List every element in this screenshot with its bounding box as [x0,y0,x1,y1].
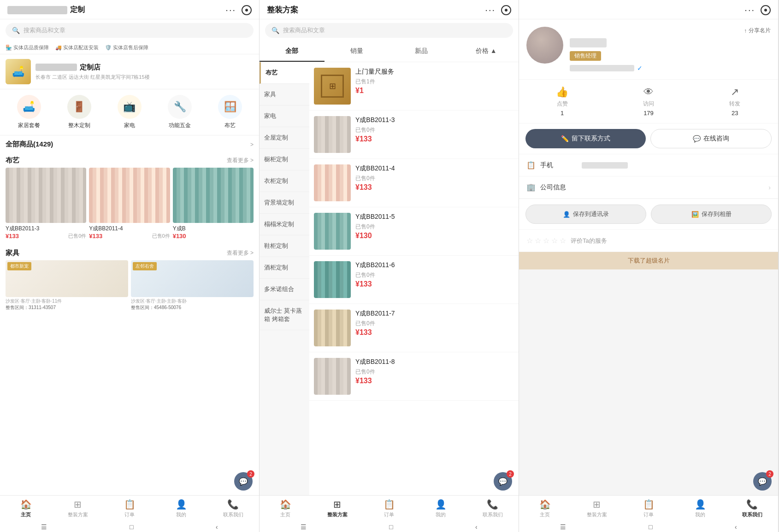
search-bar-2[interactable]: 🔍 搜索商品和文章 [265,23,513,38]
nav-order-1[interactable]: 📋 订单 [104,496,155,521]
chat-bubble-1[interactable]: 💬 2 [234,472,253,491]
star-4[interactable]: ☆ [551,236,558,245]
cat-wood[interactable]: 🚪 整木定制 [59,95,100,129]
filter-tab-all[interactable]: 全部 [260,41,325,62]
sidebar-cat-bgwall[interactable]: 背景墙定制 [260,192,309,214]
share-label: 分享名片 [749,27,771,35]
save-contact-button[interactable]: 👤 保存到通讯录 [525,205,646,224]
sidebar-cat-furniture[interactable]: 家具 [260,84,309,105]
fabric-product-2[interactable]: Y成BB2011-4 ¥133 已售0件 [89,168,170,240]
sys-menu-1[interactable]: ☰ [41,523,47,531]
fabric-product-3[interactable]: Y成B ¥130 [173,168,254,240]
sys-home-2[interactable]: □ [389,523,393,531]
nav-contact-2[interactable]: 📞 联系我们 [467,496,519,521]
sys-back-2[interactable]: ‹ [475,523,478,531]
nav-home-1[interactable]: 🏠 主页 [0,496,52,521]
sidebar-cat-kitchen[interactable]: 橱柜定制 [260,149,309,170]
online-consult-button[interactable]: 💬 在线咨询 [650,129,772,148]
sidebar-cat-domino[interactable]: 多米诺组合 [260,279,309,300]
filter-tab-sales[interactable]: 销量 [325,41,390,62]
sidebar-cat-shoe[interactable]: 鞋柜定制 [260,235,309,257]
sys-menu-3[interactable]: ☰ [560,523,566,531]
target-icon-3[interactable] [761,5,771,15]
nav-home-3[interactable]: 🏠 主页 [519,496,571,521]
cat-appliance[interactable]: 📺 家电 [109,95,150,129]
store-name: 定制店 [35,63,254,72]
sidebar-cat-oven[interactable]: 威尔士 莫卡蒸箱 烤箱套 [260,300,309,330]
nav-contact-3[interactable]: 📞 联系我们 [726,496,778,521]
fabric-product-1[interactable]: Y成BB2011-3 ¥133 已售0件 [6,168,86,240]
star-1[interactable]: ☆ [526,236,533,245]
sidebar-cat-tatami[interactable]: 榻榻米定制 [260,214,309,235]
product-item-4[interactable]: Y成BB2011-5 已售0件 ¥130 [309,207,519,256]
product-item-2[interactable]: Y成BB2011-3 已售0件 ¥133 [309,111,519,159]
leave-contact-button[interactable]: ✏️ 留下联系方式 [525,129,646,148]
furniture-contact-1: 整售区间：31311-43507 [6,304,128,311]
nav-home-label-2: 主页 [280,511,290,518]
sys-back-1[interactable]: ‹ [216,523,218,531]
company-field[interactable]: 🏢 公司信息 › [519,176,778,199]
more-icon-2[interactable]: ··· [485,5,496,15]
pli-info-4: Y成BB2011-5 已售0件 ¥130 [355,213,514,240]
nav-mine-1[interactable]: 👤 我的 [155,496,207,521]
star-3[interactable]: ☆ [543,236,549,245]
nav-plan-3[interactable]: ⊞ 整装方案 [571,496,622,521]
target-icon-2[interactable] [501,5,511,15]
save-album-button[interactable]: 🖼️ 保存到相册 [651,205,772,224]
nav-contact-1[interactable]: 📞 联系我们 [207,496,259,521]
star-5[interactable]: ☆ [560,236,566,245]
sys-home-3[interactable]: □ [649,523,652,531]
nav-plan-2[interactable]: ⊞ 整装方案 [311,496,363,521]
product-item-6[interactable]: Y成BB2011-7 已售0件 ¥133 [309,304,519,352]
search-bar-1[interactable]: 🔍 搜索商品和文章 [6,23,254,38]
filter-tab-price[interactable]: 价格 ▲ [454,41,519,62]
chat-bubble-2[interactable]: 💬 2 [494,472,512,491]
sidebar-cat-whole[interactable]: 全屋定制 [260,127,309,149]
sidebar-cat-wine[interactable]: 酒柜定制 [260,257,309,279]
all-products-header[interactable]: 全部商品(1429) > [0,135,259,152]
product-item-7[interactable]: Y成BB2011-8 已售0件 ¥133 [309,352,519,401]
pli-img-6 [314,310,351,346]
sidebar-cat-fabric[interactable]: 布艺 [260,62,309,84]
nav-order-2[interactable]: 📋 订单 [363,496,415,521]
fabric-more[interactable]: 查看更多 > [227,157,254,164]
nav-mine-3[interactable]: 👤 我的 [674,496,726,521]
sidebar-cat-wardrobe[interactable]: 衣柜定制 [260,170,309,192]
product-item-service[interactable]: ⊞ 上门量尺服务 已售1件 ¥1 [309,62,519,111]
target-icon[interactable] [242,5,252,15]
cat-hardware[interactable]: 🔧 功能五金 [159,95,201,129]
sidebar-cat-appliance[interactable]: 家电 [260,105,309,127]
nav-plan-1[interactable]: ⊞ 整装方案 [52,496,103,521]
sys-menu-2[interactable]: ☰ [301,523,307,531]
sys-home-1[interactable]: □ [130,523,133,531]
stat-like: 👍 点赞 1 [519,86,605,117]
product-item-3[interactable]: Y成BB2011-4 已售0件 ¥133 [309,159,519,207]
more-icon[interactable]: ··· [225,5,236,15]
stat-share: ↗ 转发 23 [692,86,778,117]
pli-sold-5: 已售0件 [355,271,514,279]
share-button[interactable]: ↑ 分享名片 [744,27,771,35]
cat-icon-hardware: 🔧 [168,95,192,119]
nav-plan-icon-1: ⊞ [74,499,82,510]
more-icon-3[interactable]: ··· [744,5,755,15]
nav-order-3[interactable]: 📋 订单 [623,496,674,521]
fabric-sold-1: 已售0件 [68,233,86,240]
nav-items-1: 🏠 主页 ⊞ 整装方案 📋 订单 👤 我的 📞 联系我们 [0,496,259,521]
all-products-more[interactable]: > [250,141,254,148]
furniture-product-2[interactable]: 左邻右舍 沙发区·客厅·主卧·主卧·客卧 整售区间：45486-50076 [131,260,254,311]
filter-tab-new[interactable]: 新品 [389,41,454,62]
furniture-more[interactable]: 查看更多 > [227,249,254,257]
star-2[interactable]: ☆ [535,236,541,245]
cat-home[interactable]: 🛋️ 家居套餐 [8,95,50,129]
furniture-product-1[interactable]: 都市新宠 沙发区·客厅·主卧·客卧·11件 整售区间：31311-43507 [6,260,128,311]
nav-mine-2[interactable]: 👤 我的 [415,496,466,521]
pli-price-3: ¥133 [355,183,514,192]
sys-back-3[interactable]: ‹ [735,523,737,531]
fabric-sold-2: 已售0件 [152,233,170,240]
nav-mine-label-2: 我的 [436,511,446,518]
product-item-5[interactable]: Y成BB2011-6 已售0件 ¥133 [309,256,519,304]
save-buttons: 👤 保存到通讯录 🖼️ 保存到相册 [519,199,778,229]
chat-bubble-3[interactable]: 💬 2 [753,472,772,491]
nav-home-2[interactable]: 🏠 主页 [260,496,311,521]
cat-fabric[interactable]: 🪟 布艺 [209,95,251,129]
